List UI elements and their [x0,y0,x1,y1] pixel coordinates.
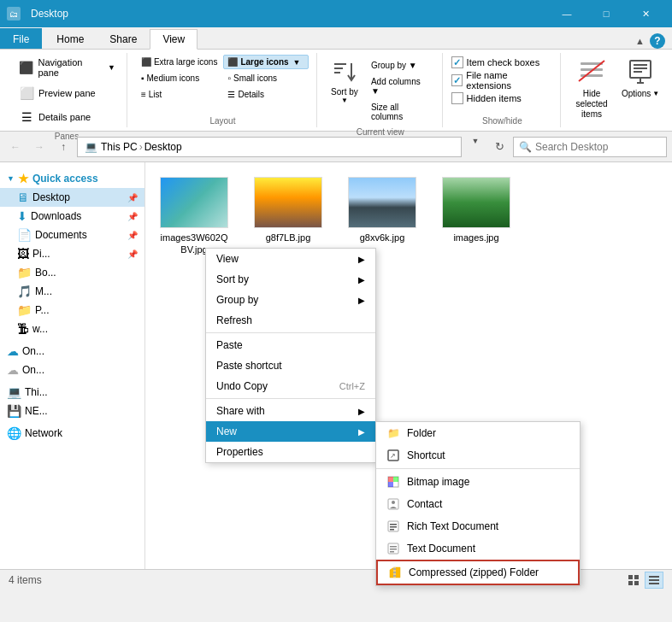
tab-home[interactable]: Home [44,28,97,49]
new-contact[interactable]: Contact [376,493,580,515]
onedrive2-icon: ☁ [7,363,19,377]
preview-pane-icon: ⬜ [18,85,35,102]
details-btn[interactable]: ☰ Details [223,87,308,102]
sidebar-item-documents[interactable]: 📄 Documents 📌 [0,226,144,244]
sidebar-header-quick-access[interactable]: ▼ ★ Quick access [0,169,144,188]
sidebar-item-desktop[interactable]: 🖥 Desktop 📌 [0,188,144,207]
extra-large-icon: ⬛ [141,57,151,67]
ribbon-group-current-view: Sort by ▼ Group by ▼ Add columns ▼ Size … [319,53,443,127]
status-grid-view[interactable] [624,572,643,589]
file-item-4[interactable]: images.jpg [438,173,515,261]
navigation-pane-button[interactable]: ⬛ Navigation pane ▼ [14,55,120,80]
size-all-columns-button[interactable]: Size all columns [367,100,435,124]
help-icon[interactable]: ? [650,33,665,49]
sort-by-button[interactable]: Sort by ▼ [326,55,363,106]
search-input[interactable] [535,141,663,153]
hide-selected-button[interactable]: Hide selected items [569,55,615,120]
sidebar-item-network[interactable]: 🌐 Network [0,424,144,443]
sidebar-item-onedrive1[interactable]: ☁ On... [0,342,144,361]
sidebar-item-onedrive2[interactable]: ☁ On... [0,361,144,379]
panes-content: ⬛ Navigation pane ▼ ⬜ Preview pane ☰ Det… [14,55,120,128]
new-folder[interactable]: 📁 Folder [376,422,580,444]
path-dropdown[interactable]: ▼ [465,137,486,157]
new-bitmap-label: Bitmap image [407,476,469,488]
path-this-pc: This PC [101,141,138,153]
ctx-sort-by[interactable]: Sort by ▶ [206,269,375,290]
compressed-folder-icon [388,566,402,579]
downloads-icon: ⬇ [17,209,27,223]
svg-rect-32 [393,572,396,573]
address-path[interactable]: 💻 This PC › Desktop [77,137,462,157]
tab-share[interactable]: Share [97,28,150,49]
close-button[interactable]: ✕ [626,0,665,27]
small-icons-btn[interactable]: ▫ Small icons [223,71,308,85]
status-list-view[interactable] [645,572,663,589]
new-compressed-folder-label: Compressed (zipped) Folder [409,566,539,578]
sidebar-item-new[interactable]: 💾 NE... [0,402,144,420]
maximize-button[interactable]: □ [587,0,626,27]
ctx-paste-shortcut[interactable]: Paste shortcut [206,355,375,376]
large-icons-dropdown[interactable]: ▼ [293,58,301,67]
sidebar-item-this-pc[interactable]: 💻 Thi... [0,383,144,402]
new-rich-text[interactable]: Rich Text Document [376,515,580,537]
ctx-new[interactable]: New ▶ 📁 Folder ↗ [206,421,375,442]
winrar-label: w... [32,323,48,335]
medium-icons-btn[interactable]: ▪ Medium icons [137,71,221,85]
options-button[interactable]: Options ▼ [622,55,659,98]
ctx-properties[interactable]: Properties [206,442,375,462]
ctx-undo-shortcut: Ctrl+Z [339,381,365,391]
new-folder-label: Folder [407,427,436,439]
back-button[interactable]: ← [5,137,26,157]
ctx-share-with-label: Share with [216,405,265,417]
new-text-document[interactable]: Text Document [376,537,580,560]
tab-view[interactable]: View [150,29,197,50]
desktop-icon: 🖥 [17,191,29,204]
details-pane-button[interactable]: ☰ Details pane [14,106,120,128]
svg-text:↗: ↗ [390,452,396,460]
item-checkboxes-toggle[interactable]: Item check boxes [451,56,554,68]
item-count: 4 items [9,574,42,586]
ctx-group-by[interactable]: Group by ▶ [206,290,375,310]
ctx-view[interactable]: View ▶ [206,249,375,269]
new-compressed-folder[interactable]: Compressed (zipped) Folder [376,560,580,585]
new-text-doc-label: Text Document [407,543,475,555]
file-thumbnail-3 [348,177,416,228]
sidebar-item-downloads[interactable]: ⬇ Downloads 📌 [0,207,144,226]
ctx-paste[interactable]: Paste [206,335,375,355]
minimize-button[interactable]: — [547,0,587,27]
add-column-button[interactable]: Add columns ▼ [367,74,435,98]
ctx-sort-by-label: Sort by [216,273,249,285]
ctx-refresh[interactable]: Refresh [206,310,375,331]
group-by-button[interactable]: Group by ▼ [367,58,435,73]
ribbon-collapse-icon[interactable]: ▲ [635,36,645,46]
svg-rect-18 [393,477,398,482]
sidebar-item-books[interactable]: 📁 Bo... [0,263,144,282]
file-name-extensions-toggle[interactable]: File name extensions [451,70,554,91]
new-bitmap-image[interactable]: Bitmap image [376,471,580,493]
ctx-undo-copy[interactable]: Undo Copy Ctrl+Z [206,376,375,396]
sidebar-item-folder[interactable]: 📁 P... [0,301,144,320]
forward-button[interactable]: → [29,137,50,157]
sidebar-item-music[interactable]: 🎵 M... [0,282,144,301]
extra-large-icons-btn[interactable]: ⬛ Extra large icons [137,55,221,69]
ctx-share-with[interactable]: Share with ▶ [206,401,375,421]
new-shortcut[interactable]: ↗ Shortcut [376,444,580,466]
sidebar-item-winrar[interactable]: 🗜 w... [0,320,144,338]
sidebar-item-pictures[interactable]: 🖼 Pi... 📌 [0,244,144,263]
svg-rect-33 [393,575,396,577]
svg-rect-11 [634,71,642,73]
large-icons-btn[interactable]: ⬛ Large icons ▼ [223,55,308,69]
checkboxes-group: Item check boxes File name extensions Hi… [451,55,554,106]
details-pane-icon: ☰ [18,109,35,126]
preview-pane-button[interactable]: ⬜ Preview pane [14,82,120,104]
hidden-items-toggle[interactable]: Hidden items [451,92,554,104]
up-button[interactable]: ↑ [53,137,74,157]
svg-rect-29 [390,551,394,553]
preview-pane-label: Preview pane [38,88,96,98]
quick-access-icon: ★ [18,172,29,185]
tab-file[interactable]: File [0,28,42,49]
file-thumbnail-4 [442,177,510,228]
window-title: Desktop [31,8,547,20]
refresh-button[interactable]: ↻ [489,137,510,157]
list-btn[interactable]: ≡ List [137,87,221,102]
